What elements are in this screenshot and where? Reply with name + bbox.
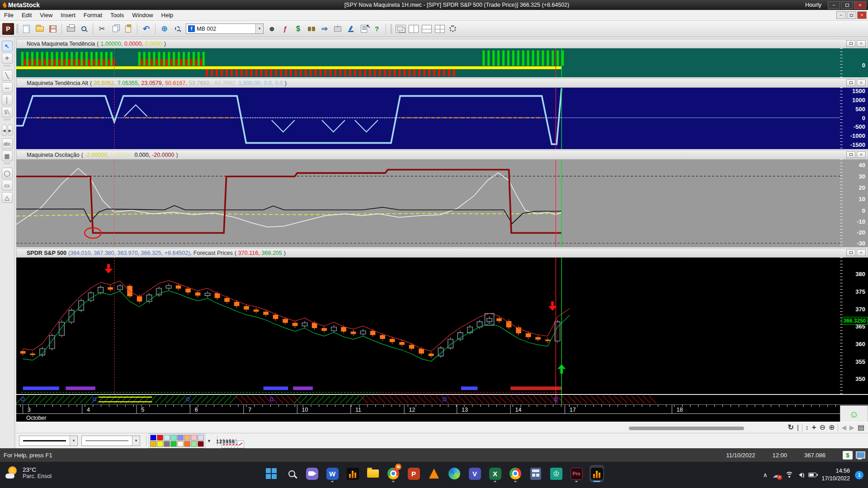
cut-icon[interactable]: ✂: [96, 23, 108, 35]
panel-header[interactable]: SPDR S&P 500(364.010, 367.380, 363.970, …: [16, 248, 868, 258]
system-tester-icon[interactable]: [344, 23, 357, 35]
power-console-icon[interactable]: P: [2, 23, 14, 35]
tile-horizontal-icon[interactable]: [420, 23, 433, 35]
copy-icon[interactable]: [109, 23, 121, 35]
securities-icon[interactable]: $: [292, 23, 304, 35]
rectangle-tool-icon[interactable]: ▭: [2, 180, 13, 191]
layout-combobox[interactable]: f MB 002 ▾: [186, 23, 264, 34]
file-explorer-icon[interactable]: [366, 465, 380, 482]
bar-tool-icon[interactable]: |: [797, 424, 799, 431]
chrome-icon[interactable]: [508, 465, 523, 482]
battery-icon[interactable]: [808, 473, 816, 477]
menu-item-file[interactable]: File: [0, 10, 18, 20]
minimize-button[interactable]: −: [828, 1, 840, 9]
chess-app-icon[interactable]: ♔: [549, 465, 563, 482]
notification-badge[interactable]: 1: [855, 471, 863, 479]
menu-item-insert[interactable]: Insert: [57, 10, 80, 20]
palette-color[interactable]: [164, 441, 170, 447]
paste-icon[interactable]: [122, 23, 134, 35]
tile-vertical-icon[interactable]: [407, 23, 420, 35]
zoom-out-icon[interactable]: ⊖: [820, 423, 826, 432]
open-icon[interactable]: [33, 23, 46, 35]
vertical-fit-icon[interactable]: ↕: [806, 424, 809, 431]
grid-tool-icon[interactable]: ▦: [2, 150, 13, 161]
panel-restore-button[interactable]: [846, 80, 855, 86]
scroll-forward-icon[interactable]: ▶: [849, 424, 854, 431]
panel-close-button[interactable]: ×: [857, 40, 866, 47]
pointer-tool-icon[interactable]: ↖: [2, 41, 13, 52]
panel-close-button[interactable]: ×: [857, 249, 866, 256]
palette-color[interactable]: [170, 441, 177, 447]
panel-restore-button[interactable]: [846, 151, 855, 158]
panel-plot[interactable]: [16, 48, 840, 77]
word-icon[interactable]: W: [325, 465, 340, 482]
combobox-dropdown-icon[interactable]: ▾: [255, 24, 263, 33]
start-button[interactable]: [264, 465, 278, 482]
options-gear-icon[interactable]: [447, 23, 459, 35]
panel-plot[interactable]: [16, 88, 840, 149]
line-weight-dropdown[interactable]: ▾: [81, 436, 140, 446]
scroll-right-icon[interactable]: ▸: [8, 125, 13, 136]
chart-app-icon[interactable]: [345, 465, 360, 482]
vertical-line-tool-icon[interactable]: │: [2, 94, 13, 105]
print-icon[interactable]: [65, 23, 77, 35]
panel-close-button[interactable]: ×: [857, 80, 866, 86]
ellipse-tool-icon[interactable]: ◯: [2, 168, 13, 178]
color-palette[interactable]: [149, 433, 205, 448]
child-close-button[interactable]: ×: [857, 11, 867, 19]
menu-item-edit[interactable]: Edit: [18, 10, 36, 20]
tile-quad-icon[interactable]: [434, 23, 446, 35]
price-scale[interactable]: 403020100-10-20-30: [840, 160, 868, 247]
onedrive-error-icon[interactable]: ☁: [773, 471, 780, 479]
crosshair-icon[interactable]: ⊕: [158, 23, 170, 35]
line-style-dropdown[interactable]: ▾: [19, 436, 78, 446]
dropdown-chevron-icon[interactable]: ▾: [132, 436, 140, 446]
panel-restore-button[interactable]: [846, 249, 855, 256]
palette-color[interactable]: [191, 435, 197, 441]
panel-header[interactable]: Maquineta Tendência Alt(20.5052,7.05355,…: [16, 78, 868, 88]
palette-color[interactable]: [157, 441, 163, 447]
trendline-tool-icon[interactable]: ╲: [2, 70, 13, 81]
panel-close-button[interactable]: ×: [857, 151, 866, 158]
cascade-windows-icon[interactable]: [394, 23, 406, 35]
palette-color[interactable]: [184, 435, 190, 441]
triangle-tool-icon[interactable]: △: [2, 192, 13, 203]
price-scale[interactable]: 0: [840, 48, 868, 77]
palette-color[interactable]: [198, 441, 204, 447]
expert-advisor-icon[interactable]: ☻: [266, 23, 278, 35]
palette-color[interactable]: [198, 435, 204, 441]
semilog-tool-icon[interactable]: S╲: [2, 107, 13, 117]
price-scale[interactable]: 150010005000-500-1000-1500: [840, 88, 868, 149]
horizontal-scrollbar[interactable]: [629, 427, 744, 430]
palette-color[interactable]: [177, 441, 184, 447]
menu-item-format[interactable]: Format: [80, 10, 106, 20]
new-chart-icon[interactable]: [20, 23, 33, 35]
downloader-icon[interactable]: [331, 23, 344, 35]
price-scale[interactable]: 380375370365360355350366.3250: [840, 258, 868, 394]
palette-color[interactable]: [177, 435, 184, 441]
panel-header[interactable]: Maquineta Oscilação(-2.00000,1.86514,0.0…: [16, 150, 868, 160]
palette-color[interactable]: [164, 435, 170, 441]
palette-color[interactable]: [150, 441, 156, 447]
template-button-6[interactable]: 6: [236, 439, 236, 445]
menu-item-view[interactable]: View: [36, 10, 57, 20]
print-preview-icon[interactable]: [78, 23, 90, 35]
palette-color[interactable]: [170, 435, 177, 441]
chat-button[interactable]: [305, 465, 319, 482]
edge-icon[interactable]: [447, 465, 462, 482]
menu-item-window[interactable]: Window: [128, 10, 157, 20]
excel-icon[interactable]: X: [488, 465, 502, 482]
taskbar-clock[interactable]: 14:56 17/10/2022: [821, 467, 850, 483]
date-axis[interactable]: 3456710111213141718 ☺: [16, 404, 868, 414]
context-help-icon[interactable]: ?: [371, 23, 383, 35]
vlc-icon[interactable]: [427, 465, 441, 482]
tray-chevron-icon[interactable]: ∧: [763, 471, 768, 479]
scroll-back-icon[interactable]: ◀: [841, 424, 846, 431]
panel-plot[interactable]: [16, 258, 840, 394]
powerpoint-icon[interactable]: P: [406, 465, 421, 482]
visio-icon[interactable]: V: [467, 465, 482, 482]
menu-item-help[interactable]: Help: [157, 10, 178, 20]
child-minimize-button[interactable]: −: [836, 11, 846, 19]
crosshair-tool-icon[interactable]: +: [2, 53, 13, 64]
adobe-pro-icon[interactable]: Pro: [569, 465, 584, 482]
